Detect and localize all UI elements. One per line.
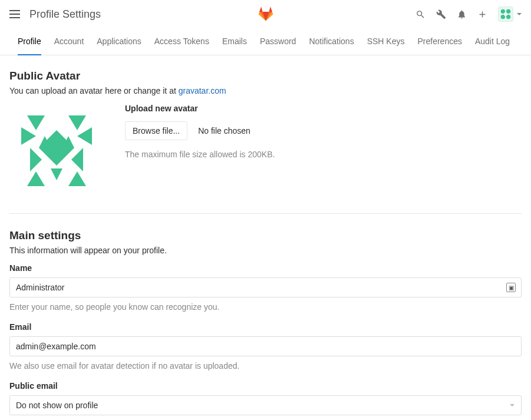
bell-icon[interactable]	[457, 9, 467, 19]
page-title: Profile Settings	[29, 8, 101, 21]
search-icon[interactable]	[415, 9, 426, 19]
email-input[interactable]	[9, 336, 522, 356]
public-email-select[interactable]: Do not show on profile	[9, 395, 522, 415]
chevron-down-icon	[517, 13, 522, 15]
settings-tabs: Profile Account Applications Access Toke…	[0, 28, 531, 55]
tab-notifications[interactable]: Notifications	[309, 28, 354, 55]
name-help: Enter your name, so people you know can …	[9, 302, 522, 312]
file-size-note: The maximum file size allowed is 200KB.	[125, 150, 275, 159]
avatar-preview	[9, 104, 104, 198]
name-label: Name	[9, 263, 522, 273]
tab-account[interactable]: Account	[54, 28, 84, 55]
tab-access-tokens[interactable]: Access Tokens	[154, 28, 209, 55]
public-email-label: Public email	[9, 381, 522, 391]
avatar-icon	[498, 6, 513, 22]
tab-profile[interactable]: Profile	[18, 28, 41, 55]
wrench-icon[interactable]	[436, 9, 446, 19]
browse-file-button[interactable]: Browse file...	[125, 121, 187, 140]
avatar-section-title: Public Avatar	[9, 70, 522, 82]
tab-audit-log[interactable]: Audit Log	[475, 28, 510, 55]
tab-ssh-keys[interactable]: SSH Keys	[367, 28, 405, 55]
section-divider	[9, 213, 522, 214]
email-label: Email	[9, 322, 522, 332]
user-menu[interactable]	[498, 6, 522, 22]
avatar-intro-text: You can upload an avatar here or change …	[9, 86, 179, 95]
tab-preferences[interactable]: Preferences	[417, 28, 461, 55]
avatar-section-subtitle: You can upload an avatar here or change …	[9, 86, 522, 95]
gravatar-link[interactable]: gravatar.com	[179, 86, 226, 95]
tab-emails[interactable]: Emails	[222, 28, 247, 55]
upload-heading: Upload new avatar	[125, 104, 275, 113]
plus-icon[interactable]	[477, 9, 487, 19]
autofill-icon[interactable]: ▣	[506, 283, 516, 292]
name-input[interactable]	[9, 277, 522, 297]
tab-applications[interactable]: Applications	[97, 28, 141, 55]
main-settings-title: Main settings	[9, 229, 522, 242]
main-settings-subtitle: This information will appear on your pro…	[9, 246, 522, 255]
email-help: We also use email for avatar detection i…	[9, 361, 522, 371]
no-file-text: No file chosen	[198, 126, 250, 135]
gitlab-logo[interactable]	[258, 5, 274, 24]
tab-password[interactable]: Password	[260, 28, 296, 55]
menu-toggle-icon[interactable]	[9, 10, 20, 18]
